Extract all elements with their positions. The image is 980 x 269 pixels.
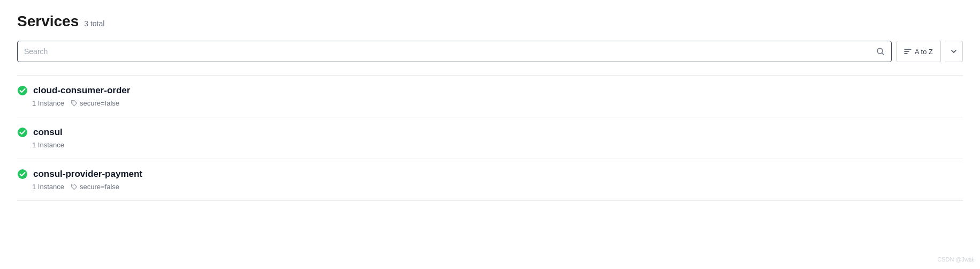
svg-point-8 xyxy=(18,169,27,179)
svg-point-9 xyxy=(73,185,74,186)
sort-button[interactable]: A to Z xyxy=(896,41,941,62)
service-name[interactable]: cloud-consumer-order xyxy=(33,85,130,96)
list-item: consul-provider-payment1 Instance secure… xyxy=(17,159,963,201)
tag-icon xyxy=(71,100,78,107)
services-list: cloud-consumer-order1 Instance secure=fa… xyxy=(17,75,963,201)
tag-value: secure=false xyxy=(80,99,119,107)
svg-point-5 xyxy=(18,86,27,95)
sort-label: A to Z xyxy=(915,48,933,56)
instance-count: 1 Instance xyxy=(32,99,64,107)
service-meta-row: 1 Instance secure=false xyxy=(17,183,963,191)
service-name-row: consul xyxy=(17,127,963,138)
service-meta-row: 1 Instance secure=false xyxy=(17,99,963,107)
sort-icon xyxy=(904,48,911,55)
page-header: Services 3 total xyxy=(17,13,963,30)
service-name-row: cloud-consumer-order xyxy=(17,85,963,96)
search-icon xyxy=(876,47,885,56)
tag-icon xyxy=(71,183,78,190)
sort-dropdown-button[interactable] xyxy=(945,41,963,62)
list-item: consul1 Instance xyxy=(17,117,963,159)
tag-item: secure=false xyxy=(71,183,119,191)
search-button[interactable] xyxy=(876,47,885,56)
page-container: Services 3 total A to Z xyxy=(0,0,980,214)
chevron-down-icon xyxy=(951,48,957,55)
instance-count: 1 Instance xyxy=(32,141,64,149)
list-item: cloud-consumer-order1 Instance secure=fa… xyxy=(17,75,963,117)
svg-point-6 xyxy=(73,102,74,103)
service-name[interactable]: consul-provider-payment xyxy=(33,169,142,180)
instance-count: 1 Instance xyxy=(32,183,64,191)
status-healthy-icon xyxy=(17,85,28,96)
search-row: A to Z xyxy=(17,41,963,62)
tag-item: secure=false xyxy=(71,99,119,107)
search-input[interactable] xyxy=(24,47,876,56)
svg-line-1 xyxy=(882,53,884,55)
status-healthy-icon xyxy=(17,127,28,138)
search-wrapper xyxy=(17,41,892,62)
page-title: Services xyxy=(17,13,79,30)
service-name-row: consul-provider-payment xyxy=(17,169,963,180)
svg-point-7 xyxy=(18,128,27,137)
total-count: 3 total xyxy=(84,19,104,28)
service-name[interactable]: consul xyxy=(33,127,63,138)
status-healthy-icon xyxy=(17,169,28,180)
service-meta-row: 1 Instance xyxy=(17,141,963,149)
tag-value: secure=false xyxy=(80,183,119,191)
